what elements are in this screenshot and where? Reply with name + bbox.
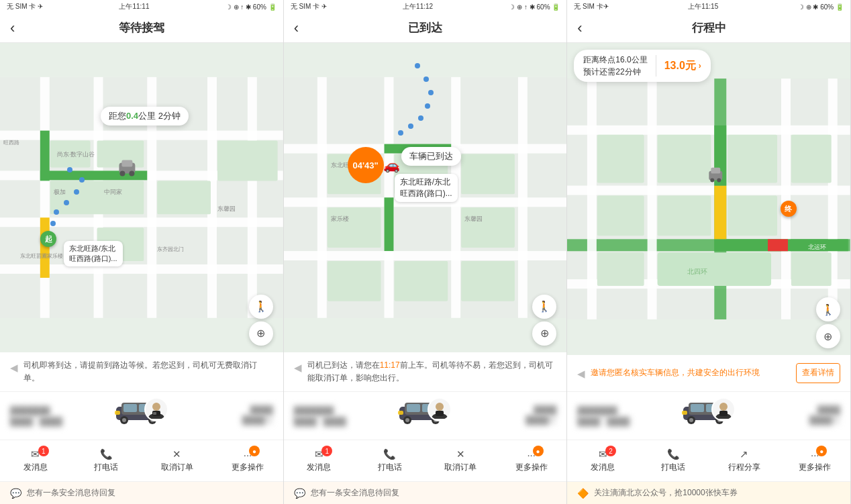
- call-label-2: 打电话: [378, 462, 402, 473]
- svg-rect-15: [50, 181, 144, 214]
- svg-rect-96: [728, 196, 778, 236]
- route-dot-p2-7: [398, 130, 403, 136]
- route-dot-p2-6: [408, 123, 413, 129]
- more-btn-3[interactable]: ··· 更多操作 ●: [780, 440, 850, 481]
- sim-signal-1: 无 SIM 卡 ✈: [7, 2, 43, 11]
- svg-rect-59: [394, 261, 448, 301]
- driver-trips-2: ████次: [458, 415, 556, 426]
- action-bar-1: ✉ 发消息 1 📞 打电话 ✕ 取消订单 ··· 更多操作 ●: [0, 440, 283, 482]
- route-dot-3: [74, 189, 79, 195]
- bottom-area-2: ◀ 司机已到达，请您在11:17前上车。司机等待不易，若您迟到，司机可能取消订单…: [284, 352, 567, 504]
- price-value-3: 13.0元: [664, 58, 696, 74]
- svg-rect-5: [40, 77, 50, 318]
- svg-rect-90: [597, 135, 644, 183]
- locate-btn-1[interactable]: ⊕: [249, 321, 273, 346]
- msg-badge-1: 1: [38, 446, 49, 456]
- action-bar-3: ✉ 发消息 2 📞 打电话 ↗ 行程分享 ··· 更多操作 ●: [567, 440, 850, 482]
- panel-arrived: 无 SIM 卡 ✈ 上午11:12 ☽ ⊕ ↑ ✱ 60% 🔋 ‹ 已到达: [284, 0, 568, 504]
- svg-rect-58: [327, 261, 381, 301]
- safety-notice-1: 💬 您有一条安全消息待回复: [0, 482, 283, 504]
- svg-rect-92: [728, 135, 778, 183]
- status-bar-1: 无 SIM 卡 ✈ 上午11:11 ☽ ⊕ ↑ ✱ 60% 🔋: [0, 0, 283, 13]
- svg-rect-108: [691, 404, 704, 412]
- status-left-2: 无 SIM 卡 ✈: [291, 2, 327, 11]
- status-right-3: ☽ ⊕ ✱ 60% 🔋: [798, 3, 844, 11]
- driver-card-2: ███████ ████ · ████: [284, 392, 567, 440]
- msg-badge-3: 2: [605, 446, 616, 456]
- svg-point-74: [436, 403, 444, 411]
- page-title-3: 行程中: [692, 20, 726, 36]
- driver-plate-2: ████ · ████: [294, 417, 392, 426]
- svg-text:尚东·数字山谷: 尚东·数字山谷: [57, 151, 95, 158]
- driver-rating-1: ████: [175, 405, 273, 415]
- more-btn-1[interactable]: ··· 更多操作 ●: [212, 440, 283, 481]
- driver-img-3: [682, 397, 736, 434]
- svg-rect-88: [715, 186, 727, 240]
- time-3: 上午11:15: [688, 2, 718, 11]
- walk-mode-btn-2[interactable]: 🚶: [532, 295, 556, 319]
- driver-avatar-2: [428, 397, 452, 421]
- more-btn-2[interactable]: ··· 更多操作 ●: [496, 440, 566, 481]
- send-msg-btn-2[interactable]: ✉ 发消息 1: [284, 440, 354, 481]
- svg-text:极加: 极加: [53, 189, 66, 195]
- status-left-1: 无 SIM 卡 ✈: [7, 2, 43, 11]
- map-svg-3: 北四环 北运环: [567, 43, 850, 355]
- svg-text:东北旺苗圃家乐楼: 东北旺苗圃家乐楼: [20, 253, 63, 259]
- cancel-btn-1[interactable]: ✕ 取消订单: [142, 440, 212, 481]
- svg-rect-75: [436, 411, 444, 416]
- map-area-2: 东北旺苗圃 家乐楼 东馨园 04'43" 车辆已到达 东北旺路/东北旺西路(路口…: [284, 43, 567, 352]
- svg-rect-87: [768, 239, 788, 251]
- back-button-2[interactable]: ‹: [294, 19, 299, 37]
- svg-text:东齐园北门: 东齐园北门: [157, 246, 184, 252]
- svg-point-29: [129, 170, 134, 176]
- page-title-2: 已到达: [408, 20, 442, 36]
- share-btn-3[interactable]: ↗ 行程分享: [709, 440, 779, 481]
- walk-mode-btn-3[interactable]: 🚶: [816, 297, 840, 321]
- back-button-3[interactable]: ‹: [577, 19, 582, 37]
- call-btn-3[interactable]: 📞 打电话: [638, 440, 709, 481]
- cancel-btn-2[interactable]: ✕ 取消订单: [426, 440, 496, 481]
- driver-name-3: ███████: [577, 406, 675, 415]
- notice-text-1: 司机即将到达，请提前到路边等候。若您迟到，司机可无费取消订单。: [23, 359, 273, 385]
- panel-in-trip: 无 SIM 卡✈ 上午11:15 ☽ ⊕ ✱ 60% 🔋 ‹ 行程中: [567, 0, 851, 504]
- route-dot-p2-4: [425, 103, 430, 109]
- send-msg-btn-1[interactable]: ✉ 发消息 1: [0, 440, 70, 481]
- svg-point-104: [711, 179, 715, 183]
- svg-rect-55: [461, 154, 515, 195]
- arrived-label-2: 车辆已到达: [409, 151, 453, 161]
- nav-bar-2: ‹ 已到达: [284, 13, 567, 43]
- svg-rect-12: [40, 131, 50, 181]
- notice-icon-2: ◀: [294, 360, 302, 376]
- driver-info-right-3: ████ ████次: [742, 405, 840, 426]
- driver-info-right-2: ████ ████次: [458, 405, 556, 426]
- price-3[interactable]: 13.0元 ›: [664, 58, 701, 74]
- notice-2: ◀ 司机已到达，请您在11:17前上车。司机等待不易，若您迟到，司机可能取消订单…: [284, 352, 567, 392]
- share-label-3: 行程分享: [728, 462, 760, 473]
- send-msg-btn-3[interactable]: ✉ 发消息 2: [567, 440, 638, 481]
- cancel-icon-1: ✕: [172, 448, 181, 460]
- svg-rect-117: [719, 411, 728, 416]
- location-label-1: 东北旺路/东北旺西路(路口)...: [64, 241, 123, 266]
- driver-card-1: ███████ ████ · ████: [0, 392, 283, 440]
- locate-btn-3[interactable]: ⊕: [816, 324, 840, 348]
- view-detail-btn-3[interactable]: 查看详情: [796, 363, 840, 383]
- svg-point-105: [717, 179, 721, 183]
- svg-rect-9: [248, 77, 257, 318]
- svg-rect-57: [461, 207, 515, 248]
- safety-icon-2: 💬: [294, 488, 305, 499]
- back-button-1[interactable]: ‹: [10, 19, 15, 37]
- route-dot-5: [54, 209, 59, 215]
- call-btn-2[interactable]: 📞 打电话: [354, 440, 425, 481]
- driver-img-1: [115, 397, 168, 434]
- locate-btn-2[interactable]: ⊕: [532, 321, 556, 346]
- map-area-1: 尚东·数字山谷 极加 中同家 东馨园 东北旺苗圃家乐楼 东齐园北门 旺西路 距您…: [0, 43, 283, 352]
- call-btn-1[interactable]: 📞 打电话: [70, 440, 141, 481]
- svg-rect-32: [123, 404, 137, 412]
- timer-bubble-2: 04'43": [348, 147, 384, 183]
- cancel-icon-2: ✕: [456, 448, 465, 460]
- route-dot-p2-1: [415, 63, 420, 68]
- status-bar-2: 无 SIM 卡 ✈ 上午11:12 ☽ ⊕ ↑ ✱ 60% 🔋: [284, 0, 567, 13]
- battery-3: ☽ ⊕ ✱ 60% 🔋: [798, 3, 844, 11]
- walk-mode-btn-1[interactable]: 🚶: [249, 295, 273, 319]
- svg-point-28: [119, 170, 125, 176]
